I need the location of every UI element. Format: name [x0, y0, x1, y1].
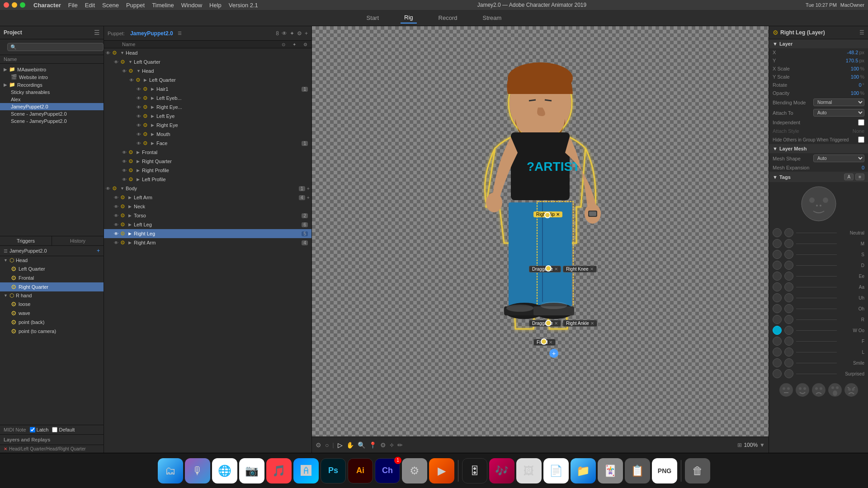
tool-hand[interactable]: ✋ — [346, 441, 354, 449]
minimize-button[interactable] — [12, 2, 17, 8]
tab-triggers[interactable]: Triggers — [0, 236, 52, 245]
project-menu-icon[interactable]: ☰ — [94, 29, 100, 36]
dock-photoshop[interactable]: Ps — [321, 458, 346, 483]
puppet-toolbar-star[interactable]: ✦ — [290, 30, 294, 37]
prop-x-value[interactable]: -48.2 — [813, 50, 858, 55]
h-left-eyeb[interactable]: 👁 ⚙ ▶ Left Eyeb... — [104, 94, 311, 103]
project-search[interactable] — [7, 43, 104, 51]
blending-mode-select[interactable]: Normal — [813, 99, 864, 106]
hide-others-checkbox[interactable] — [858, 136, 864, 143]
right-hip-close[interactable]: ✕ — [556, 212, 560, 217]
menu-window[interactable]: Window — [181, 2, 202, 9]
tool-zoom[interactable]: 🔍 — [358, 441, 365, 449]
prop-y-value[interactable]: 170.5 — [813, 58, 858, 63]
dock-photos[interactable]: 📷 — [239, 458, 264, 483]
dock-cards[interactable]: 🃏 — [598, 458, 623, 483]
h-la-add[interactable]: + — [307, 195, 310, 200]
close-button[interactable] — [4, 2, 9, 8]
puppet-toolbar-eye[interactable]: 👁 — [282, 30, 287, 37]
tool-pin[interactable]: 📍 — [369, 441, 377, 449]
h-face[interactable]: 👁 ⚙ ▶ Face 1 — [104, 139, 311, 148]
menu-edit[interactable]: Edit — [85, 2, 95, 9]
menu-version[interactable]: Version 2.1 — [229, 2, 258, 9]
tab-record[interactable]: Record — [435, 13, 461, 23]
h-body[interactable]: 👁 ⚙ ▼ Body 1 + — [104, 184, 311, 193]
behavior-point-back[interactable]: ⚙ point (back) — [0, 318, 104, 327]
prop-rotate-value[interactable]: 0 — [813, 82, 862, 88]
h-lq-nested[interactable]: 👁 ⚙ ▶ Left Quarter — [104, 75, 311, 84]
menu-scene[interactable]: Scene — [102, 2, 119, 9]
tab-start[interactable]: Start — [363, 13, 382, 23]
dock-sysprefs[interactable]: ⚙ — [402, 458, 427, 483]
h-head[interactable]: 👁 ⚙ ▼ Head — [104, 48, 311, 57]
dock-itunes[interactable]: 🎶 — [489, 458, 514, 483]
h-right-quarter[interactable]: 👁 ⚙ ▶ Right Quarter — [104, 157, 311, 166]
tags-header[interactable]: ▼ Tags A ≡ — [769, 172, 868, 182]
prop-xscale-value[interactable]: 100 — [813, 66, 859, 71]
dock-appstore[interactable]: 🅰 — [293, 458, 319, 483]
tree-item-jamey[interactable]: JameyPuppet2.0 — [0, 103, 104, 110]
handle-hip[interactable] — [544, 212, 551, 218]
properties-menu[interactable]: ☰ — [859, 29, 864, 36]
puppet-canvas[interactable]: ?ARTIST — [445, 49, 635, 338]
handle-foot[interactable] — [541, 338, 547, 345]
maximize-button[interactable] — [20, 2, 25, 8]
h-left-leg[interactable]: 👁 ⚙ ▶ Left Leg 6 — [104, 220, 311, 229]
menu-file[interactable]: File — [68, 2, 78, 9]
h-right-leg[interactable]: 👁 ⚙ ▶ Right Leg 5 — [104, 229, 311, 238]
view-grid[interactable]: ⊞ — [737, 442, 742, 448]
h-left-arm[interactable]: 👁 ⚙ ▶ Left Arm 4 + — [104, 193, 311, 202]
dock-quicktime[interactable]: 📄 — [543, 458, 569, 483]
menu-help[interactable]: Help — [209, 2, 222, 9]
puppet-toolbar-plus[interactable]: + — [305, 30, 308, 37]
tag-btn-a[interactable]: A — [844, 174, 854, 180]
h-torso[interactable]: 👁 ⚙ ▶ Torso 2 — [104, 211, 311, 220]
h-left-quarter[interactable]: 👁 ⚙ ▼ Left Quarter — [104, 57, 311, 66]
tool-warp[interactable]: ⟡ — [390, 441, 394, 449]
add-trigger-btn[interactable]: + — [97, 248, 100, 254]
right-ankle-tag[interactable]: Right Ankle ✕ — [563, 320, 597, 327]
draggable-ankle-close[interactable]: ✕ — [554, 321, 558, 326]
h-right-eye[interactable]: 👁 ⚙ ▶ Right Eye — [104, 121, 311, 130]
tool-circle[interactable]: ○ — [325, 441, 329, 449]
h-body-add[interactable]: + — [307, 186, 310, 191]
tree-item-recordings[interactable]: ▶ 📁 Recordings — [0, 81, 104, 89]
handle-ankle[interactable] — [545, 320, 552, 326]
behavior-frontal[interactable]: ⚙ Frontal — [0, 273, 104, 282]
h-frontal[interactable]: 👁 ⚙ ▶ Frontal — [104, 148, 311, 157]
tool-puppet[interactable]: ⚙ — [380, 441, 386, 449]
h-head-nested[interactable]: 👁 ⚙ ▼ Head — [104, 66, 311, 75]
dock-trash[interactable]: 🗑 — [685, 458, 710, 483]
dock-logicpro[interactable]: 🎛 — [462, 458, 487, 483]
dock-illustrator[interactable]: Ai — [348, 458, 373, 483]
menu-timeline[interactable]: Timeline — [152, 2, 174, 9]
add-handle-btn[interactable]: + — [549, 349, 558, 358]
dock-character[interactable]: Ch 1 — [375, 458, 400, 483]
tree-item-sticky[interactable]: Sticky shareables — [0, 89, 104, 96]
behavior-loose[interactable]: ⚙ loose — [0, 300, 104, 309]
dock-siri[interactable]: 🎙 — [185, 458, 210, 483]
h-right-eye-dots[interactable]: 👁 ⚙ ▶ Right Eye... — [104, 103, 311, 112]
behavior-head[interactable]: ▼ ⬡ Head — [0, 256, 104, 264]
dock-png[interactable]: PNG — [652, 458, 677, 483]
breadcrumb-close[interactable]: ✕ — [4, 446, 7, 451]
h-right-profile[interactable]: 👁 ⚙ ▶ Right Profile — [104, 166, 311, 175]
default-checkbox[interactable] — [52, 427, 57, 432]
mesh-expansion-value[interactable]: 0 — [813, 165, 864, 170]
prop-opacity-value[interactable]: 100 — [813, 90, 859, 96]
right-ankle-close[interactable]: ✕ — [590, 321, 594, 326]
h-left-profile[interactable]: 👁 ⚙ ▶ Left Profile — [104, 175, 311, 184]
trigger-puppet-row[interactable]: ☰ JameyPuppet2.0 + — [0, 246, 104, 256]
dock-app2[interactable]: 📋 — [625, 458, 650, 483]
dock-chrome[interactable]: 🌐 — [212, 458, 237, 483]
fixed-close[interactable]: ✕ — [549, 340, 552, 345]
puppet-settings-icon[interactable]: ☰ — [178, 31, 182, 36]
tab-stream[interactable]: Stream — [479, 13, 505, 23]
tag-btn-list[interactable]: ≡ — [855, 174, 864, 180]
zoom-dropdown[interactable]: ▼ — [760, 442, 765, 448]
draggable-knee-close[interactable]: ✕ — [554, 267, 558, 272]
h-right-arm[interactable]: 👁 ⚙ ▶ Right Arm 4 — [104, 238, 311, 247]
puppet-toolbar-gear[interactable]: ⚙ — [297, 30, 302, 37]
tool-move[interactable]: ▷ — [338, 441, 343, 449]
behavior-right-quarter[interactable]: ⚙ Right Quarter — [0, 282, 104, 291]
